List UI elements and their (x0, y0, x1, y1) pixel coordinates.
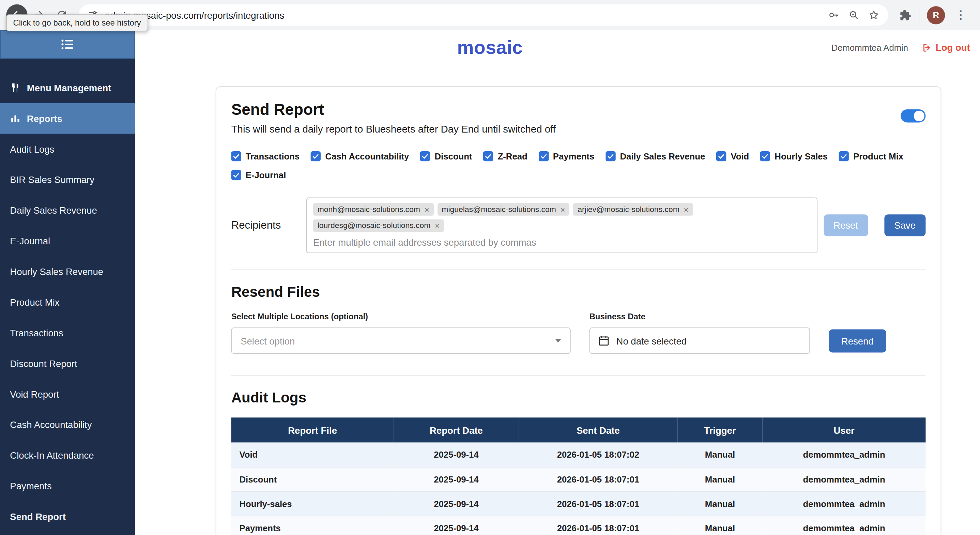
column-header-report-date: Report Date (394, 417, 519, 442)
checkbox-checked-icon (311, 151, 321, 161)
list-menu-icon (60, 37, 75, 52)
checkbox-checked-icon (231, 151, 241, 161)
table-cell: Void (231, 443, 394, 467)
date-placeholder: No date selected (616, 335, 687, 346)
checkbox-label: E-Journal (246, 170, 286, 180)
checkbox-product-mix[interactable]: Product Mix (839, 151, 903, 161)
chip-email: arjiev@mosaic-solutions.com (578, 205, 679, 214)
chip-email: lourdesg@mosaic-solutions.com (318, 221, 431, 230)
table-row: Hourly-sales2025-09-142026-01-05 18:07:0… (231, 491, 926, 516)
checkbox-checked-icon (420, 151, 430, 161)
back-button-tooltip: Click to go back, hold to see history (6, 14, 148, 31)
sidebar-item-label: Product Mix (10, 297, 59, 307)
sidebar-item-menu-management[interactable]: Menu Management (0, 73, 135, 103)
checkbox-transactions[interactable]: Transactions (231, 151, 300, 161)
checkbox-checked-icon (760, 151, 770, 161)
toolbar-separator (919, 9, 920, 21)
chip-remove-icon[interactable]: × (684, 205, 689, 214)
address-bar[interactable]: admin.mosaic-pos.com/reports/integration… (79, 5, 888, 25)
logout-button[interactable]: Log out (922, 42, 970, 53)
checkbox-payments[interactable]: Payments (539, 151, 595, 161)
logout-label: Log out (936, 42, 970, 53)
sidebar-item-label: Hourly Sales Revenue (10, 266, 103, 277)
checkbox-label: Cash Accountability (325, 151, 409, 161)
section-divider (231, 375, 926, 376)
send-report-card: Send Report This will send a daily repor… (216, 86, 942, 535)
table-cell: 2025-09-14 (394, 443, 519, 467)
send-report-toggle[interactable] (900, 109, 926, 123)
checkbox-label: Void (730, 151, 749, 161)
table-cell: 2025-09-14 (394, 467, 519, 491)
sidebar-item-audit-logs[interactable]: Audit Logs (0, 134, 135, 165)
sidebar-item-label: E-Journal (10, 236, 50, 246)
chip-remove-icon[interactable]: × (435, 221, 439, 230)
save-button[interactable]: Save (884, 214, 926, 236)
column-header-sent-date: Sent Date (519, 417, 678, 442)
recipient-chip: monh@mosaic-solutions.com× (313, 203, 434, 216)
checkbox-label: Transactions (246, 151, 299, 161)
bookmark-star-icon[interactable] (868, 10, 880, 21)
checkbox-label: Hourly Sales (775, 151, 828, 161)
zoom-icon[interactable] (848, 10, 859, 21)
sidebar-item-daily-sales-revenue[interactable]: Daily Sales Revenue (0, 195, 135, 226)
sidebar-item-label: Reports (27, 113, 62, 124)
checkbox-label: Product Mix (853, 151, 903, 161)
sidebar-item-payments[interactable]: Payments (0, 471, 135, 501)
sidebar-item-send-report[interactable]: Send Report (0, 501, 135, 532)
checkbox-cash-accountability[interactable]: Cash Accountability (311, 151, 409, 161)
browser-menu-icon[interactable]: ⋮ (952, 10, 969, 21)
logout-icon (922, 43, 932, 53)
chip-remove-icon[interactable]: × (560, 205, 565, 214)
extensions-puzzle-icon[interactable] (899, 9, 911, 21)
table-cell: Manual (678, 491, 762, 516)
sidebar-item-label: BIR Sales Summary (10, 175, 94, 185)
table-cell: Discount (231, 467, 394, 491)
sidebar-item-void-report[interactable]: Void Report (0, 379, 135, 409)
reset-button[interactable]: Reset (824, 214, 868, 236)
sidebar-item-product-mix[interactable]: Product Mix (0, 287, 135, 318)
table-cell: Manual (678, 516, 762, 535)
mosaic-logo: mosaic (457, 37, 523, 58)
table-row: Payments2025-09-142026-01-05 18:07:01Man… (231, 516, 926, 535)
table-cell: 2025-09-14 (394, 516, 519, 535)
sidebar-item-label: Clock-In Attendance (10, 450, 94, 461)
chip-remove-icon[interactable]: × (425, 205, 430, 214)
checkbox-checked-icon (716, 151, 726, 161)
sidebar-item-cash-accountability[interactable]: Cash Accountability (0, 409, 135, 440)
sidebar-item-bir-sales-summary[interactable]: BIR Sales Summary (0, 164, 135, 195)
sidebar-item-reports[interactable]: Reports (0, 103, 135, 134)
audit-logs-title: Audit Logs (231, 390, 926, 406)
locations-select[interactable]: Select option (231, 328, 571, 354)
resend-button[interactable]: Resend (829, 330, 886, 353)
recipients-input[interactable]: monh@mosaic-solutions.com×miguelas@mosai… (306, 197, 818, 253)
chevron-down-icon (555, 339, 561, 342)
checkbox-checked-icon (606, 151, 616, 161)
checkbox-discount[interactable]: Discount (420, 151, 472, 161)
checkbox-hourly-sales[interactable]: Hourly Sales (760, 151, 828, 161)
sidebar-item-discount-report[interactable]: Discount Report (0, 348, 135, 379)
sidebar-toggle-button[interactable] (0, 30, 135, 59)
checkbox-void[interactable]: Void (716, 151, 749, 161)
sidebar-nav: Menu ManagementReportsAudit LogsBIR Sale… (0, 59, 135, 532)
password-key-icon[interactable] (828, 10, 839, 21)
sidebar-item-label: Payments (10, 481, 51, 491)
table-cell: demommtea_admin (763, 467, 926, 491)
sidebar-item-clock-in-attendance[interactable]: Clock-In Attendance (0, 440, 135, 471)
business-date-label: Business Date (590, 312, 810, 321)
table-cell: 2026-01-05 18:07:02 (519, 443, 678, 467)
sidebar-item-transactions[interactable]: Transactions (0, 318, 135, 348)
locations-label: Select Multiple Locations (optional) (231, 312, 571, 321)
profile-avatar[interactable]: R (927, 6, 945, 24)
checkbox-daily-sales-revenue[interactable]: Daily Sales Revenue (606, 151, 705, 161)
table-cell: 2026-01-05 18:07:01 (519, 516, 678, 535)
checkbox-z-read[interactable]: Z-Read (483, 151, 527, 161)
checkbox-e-journal[interactable]: E-Journal (231, 170, 286, 180)
table-cell: Manual (678, 443, 762, 467)
recipient-chips: monh@mosaic-solutions.com×miguelas@mosai… (313, 203, 811, 232)
table-header-row: Report FileReport DateSent DateTriggerUs… (231, 417, 926, 442)
sidebar-item-e-journal[interactable]: E-Journal (0, 226, 135, 256)
sidebar-item-hourly-sales-revenue[interactable]: Hourly Sales Revenue (0, 256, 135, 287)
bar-chart-icon (10, 113, 21, 124)
business-date-input[interactable]: No date selected (590, 328, 810, 354)
table-cell: Hourly-sales (231, 491, 394, 516)
